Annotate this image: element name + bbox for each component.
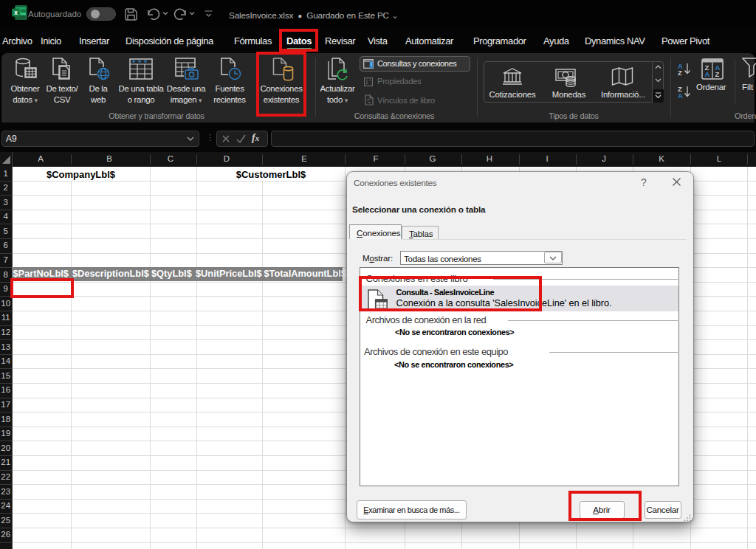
svg-text:Z: Z [678, 69, 682, 76]
svg-text:Z: Z [715, 70, 720, 78]
svg-text:x: x [14, 9, 18, 16]
svg-text:A: A [678, 92, 683, 99]
svg-text:A: A [705, 70, 710, 78]
